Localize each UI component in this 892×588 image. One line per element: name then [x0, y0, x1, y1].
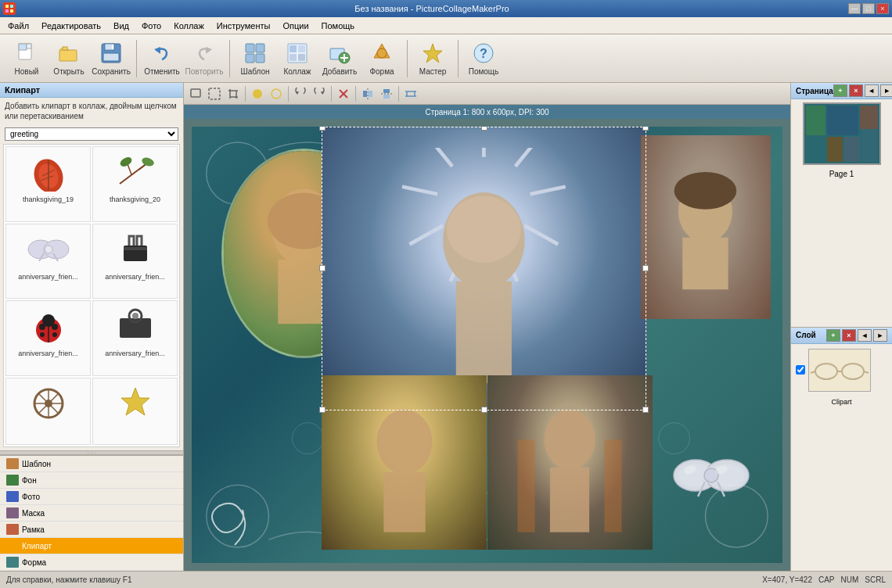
- toolbar-collage-label: Коллаж: [283, 67, 311, 76]
- svg-rect-50: [124, 247, 147, 250]
- toolbar-open[interactable]: Открыть: [49, 38, 89, 80]
- toolbar-new[interactable]: Новый: [6, 38, 47, 80]
- menu-help[interactable]: Помощь: [315, 20, 361, 32]
- page-thumbnail: [803, 102, 881, 165]
- tool-delete[interactable]: [335, 85, 352, 102]
- clipart-thumb: [104, 303, 167, 350]
- tool-flip-h[interactable]: [359, 85, 376, 102]
- toolbar-collage[interactable]: Коллаж: [277, 38, 318, 80]
- toolbar-shape[interactable]: Форма: [361, 38, 402, 80]
- clipart-item[interactable]: thanksgiving_20: [92, 146, 178, 222]
- layers-list: Clipart: [791, 344, 892, 411]
- tab-frame[interactable]: Рамка: [0, 522, 183, 538]
- svg-point-75: [272, 89, 281, 99]
- clipart-item[interactable]: anniversary_frien...: [92, 300, 178, 376]
- svg-line-106: [531, 187, 566, 194]
- svg-rect-81: [369, 91, 372, 97]
- tab-photo[interactable]: Фото: [0, 489, 183, 505]
- svg-marker-29: [374, 44, 390, 58]
- tool-crop[interactable]: [225, 85, 242, 102]
- photo-frame-2: [322, 127, 646, 411]
- svg-point-114: [447, 196, 521, 263]
- tool-select-rect[interactable]: [206, 85, 223, 102]
- tool-arrow[interactable]: [187, 85, 204, 102]
- page-del-btn[interactable]: ×: [849, 84, 863, 97]
- wizard-icon: [420, 41, 445, 66]
- title-bar: Без названия - PictureCollageMakerPro — …: [0, 0, 892, 17]
- toolbar-help[interactable]: ? Помощь: [463, 38, 504, 80]
- layer-del-btn[interactable]: ×: [842, 329, 856, 342]
- svg-line-110: [410, 226, 444, 245]
- clipart-thumb: [17, 380, 80, 427]
- toolbar-wizard[interactable]: Мастер: [412, 38, 453, 80]
- close-button[interactable]: ×: [876, 3, 889, 14]
- tool-flip-v[interactable]: [378, 85, 395, 102]
- tab-mask[interactable]: Маска: [0, 505, 183, 522]
- menu-options[interactable]: Опции: [276, 20, 315, 32]
- toolbar-redo[interactable]: Повторить: [184, 38, 225, 80]
- tab-background[interactable]: Фон: [0, 472, 183, 489]
- status-coords: X=407, Y=422: [762, 575, 812, 584]
- clipart-item[interactable]: anniversary_frien...: [5, 224, 91, 299]
- page-prev-btn[interactable]: ◄: [865, 84, 879, 97]
- help-icon: ?: [471, 41, 496, 66]
- layers-section-header: Слой + × ◄ ►: [791, 328, 892, 344]
- tab-template[interactable]: Шаблон: [0, 456, 183, 472]
- menu-collage[interactable]: Коллаж: [167, 20, 210, 32]
- page-next-btn[interactable]: ►: [880, 84, 892, 97]
- tool-rotate-right[interactable]: [311, 85, 328, 102]
- layer-add-btn[interactable]: +: [826, 329, 840, 342]
- svg-point-57: [52, 332, 57, 337]
- svg-rect-138: [827, 137, 843, 162]
- undo-icon: [149, 41, 174, 66]
- svg-rect-2: [5, 9, 9, 13]
- window-title: Без названия - PictureCollageMakerPro: [16, 4, 848, 13]
- canvas-toolbar: [184, 83, 790, 105]
- clipart-item[interactable]: anniversary_frien...: [92, 224, 178, 299]
- minimize-button[interactable]: —: [848, 3, 861, 14]
- menu-tools[interactable]: Инструменты: [210, 20, 277, 32]
- toolbar-open-label: Открыть: [53, 67, 84, 76]
- toolbar-template-label: Шаблон: [240, 67, 269, 76]
- layer-visible-check[interactable]: [796, 365, 805, 375]
- canvas-viewport[interactable]: [184, 119, 790, 571]
- svg-rect-24: [298, 54, 305, 61]
- tab-clipart[interactable]: Клипарт: [0, 538, 183, 554]
- layer-next-btn[interactable]: ►: [873, 329, 887, 342]
- layer-item[interactable]: [794, 347, 889, 393]
- svg-marker-15: [206, 47, 212, 54]
- svg-line-105: [516, 148, 540, 167]
- tool-star1[interactable]: [249, 85, 266, 102]
- tab-mask-label: Маска: [22, 509, 45, 518]
- layer-prev-btn[interactable]: ◄: [858, 329, 872, 342]
- tool-star2[interactable]: [268, 85, 285, 102]
- toolbar-template[interactable]: Шаблон: [235, 38, 275, 80]
- toolbar-undo[interactable]: Отменить: [142, 38, 182, 80]
- clipart-item[interactable]: [5, 378, 91, 446]
- tool-fit[interactable]: [402, 85, 419, 102]
- clipart-item[interactable]: anniversary_frien...: [5, 300, 91, 376]
- svg-rect-17: [256, 44, 264, 52]
- svg-rect-122: [550, 468, 589, 532]
- menu-photo[interactable]: Фото: [135, 20, 167, 32]
- tab-shape[interactable]: Форма: [0, 554, 183, 571]
- menu-edit[interactable]: Редактировать: [35, 20, 107, 32]
- tool-rotate-left[interactable]: [292, 85, 309, 102]
- maximize-button[interactable]: □: [862, 3, 875, 14]
- toolbar-add[interactable]: Добавить: [319, 38, 360, 80]
- shape-tab-icon: [6, 557, 19, 568]
- tab-template-label: Шаблон: [22, 460, 51, 468]
- menu-bar: Файл Редактировать Вид Фото Коллаж Инстр…: [0, 17, 892, 34]
- status-caps: CAP: [818, 575, 835, 584]
- menu-view[interactable]: Вид: [107, 20, 135, 32]
- svg-rect-86: [407, 91, 415, 96]
- menu-file[interactable]: Файл: [2, 20, 35, 32]
- clipart-item[interactable]: [92, 378, 178, 446]
- clipart-item[interactable]: thanksgiving_19: [5, 146, 91, 222]
- search-select[interactable]: greeting: [5, 127, 178, 141]
- svg-rect-12: [106, 45, 112, 49]
- svg-point-60: [132, 313, 138, 319]
- title-controls[interactable]: — □ ×: [848, 3, 889, 14]
- page-add-btn[interactable]: +: [833, 84, 847, 97]
- toolbar-save[interactable]: Сохранить: [91, 38, 131, 80]
